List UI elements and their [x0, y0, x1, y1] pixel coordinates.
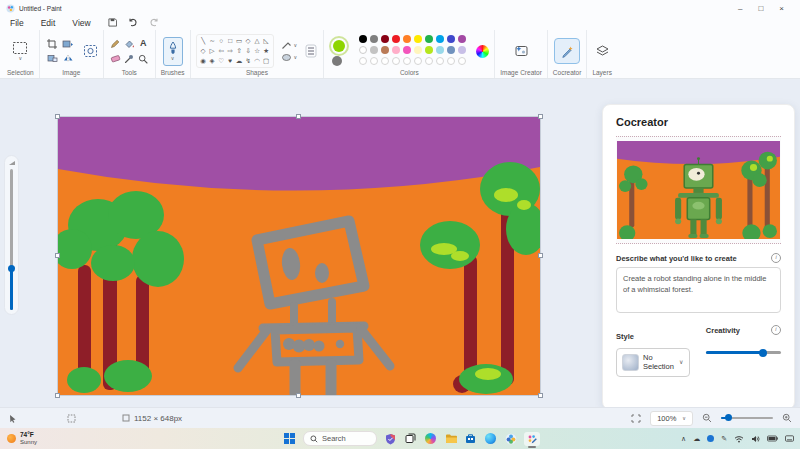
- custom-color-slot[interactable]: [414, 57, 422, 65]
- chevron-down-icon[interactable]: ∨: [171, 56, 175, 61]
- volume-icon[interactable]: [751, 435, 760, 443]
- shape-cell[interactable]: ☁: [235, 56, 244, 66]
- custom-color-slot[interactable]: [370, 57, 378, 65]
- info-icon[interactable]: i: [771, 325, 781, 335]
- custom-color-slot[interactable]: [458, 57, 466, 65]
- custom-color-slot[interactable]: [436, 57, 444, 65]
- shape-cell[interactable]: ▷: [208, 46, 217, 56]
- battery-icon[interactable]: [767, 435, 778, 442]
- selection-handle[interactable]: [296, 114, 301, 119]
- background-color[interactable]: [332, 56, 342, 66]
- shape-cell[interactable]: ⇧: [235, 46, 244, 56]
- microsoft-store-icon[interactable]: [464, 432, 477, 445]
- zoom-slider[interactable]: [721, 417, 773, 420]
- shape-cell[interactable]: ◇: [199, 46, 208, 56]
- foreground-color-ring[interactable]: [329, 36, 349, 56]
- tray-chevron-up-icon[interactable]: ∧: [681, 435, 686, 442]
- color-swatch[interactable]: [447, 35, 455, 43]
- fill-bucket-icon[interactable]: [124, 39, 135, 49]
- zoom-out-icon[interactable]: [702, 413, 712, 423]
- shape-cell[interactable]: □: [226, 36, 235, 46]
- photos-icon[interactable]: [504, 432, 517, 445]
- color-swatch[interactable]: [392, 46, 400, 54]
- color-swatch[interactable]: [425, 46, 433, 54]
- shape-cell[interactable]: ⇨: [226, 46, 235, 56]
- menu-item-edit[interactable]: Edit: [41, 18, 56, 28]
- color-swatch[interactable]: [381, 46, 389, 54]
- cocreator-button[interactable]: [554, 38, 580, 64]
- custom-color-slot[interactable]: [381, 57, 389, 65]
- search-input[interactable]: Search: [303, 431, 377, 446]
- eraser-icon[interactable]: [110, 54, 121, 63]
- menu-item-file[interactable]: File: [10, 18, 24, 28]
- prompt-input[interactable]: Create a robot standing alone in the mid…: [616, 267, 781, 313]
- pencil-icon[interactable]: [110, 39, 120, 49]
- custom-color-slot[interactable]: [359, 57, 367, 65]
- shape-cell[interactable]: ♡: [217, 56, 226, 66]
- canvas-drawing[interactable]: [58, 117, 540, 395]
- custom-color-slot[interactable]: [392, 57, 400, 65]
- edge-browser-icon[interactable]: [484, 432, 497, 445]
- shape-cell[interactable]: ○: [217, 36, 226, 46]
- magnifier-tool-icon[interactable]: [138, 54, 148, 64]
- maximize-button[interactable]: □: [758, 5, 763, 13]
- menu-item-view[interactable]: View: [72, 18, 90, 28]
- image-creator-button[interactable]: [514, 34, 529, 68]
- image-rotate-icon[interactable]: [62, 39, 74, 49]
- edit-colors-icon[interactable]: [476, 45, 489, 58]
- color-swatch[interactable]: [370, 35, 378, 43]
- color-swatch[interactable]: [392, 35, 400, 43]
- shape-cell[interactable]: ☆: [253, 46, 262, 56]
- redo-icon[interactable]: [149, 18, 159, 27]
- file-explorer-icon[interactable]: [444, 432, 457, 445]
- color-swatch[interactable]: [370, 46, 378, 54]
- selection-tool-button[interactable]: ∨: [12, 34, 28, 68]
- custom-color-slot[interactable]: [425, 57, 433, 65]
- close-button[interactable]: ×: [779, 5, 784, 13]
- info-icon[interactable]: i: [771, 253, 781, 263]
- stroke-width-button[interactable]: [304, 43, 318, 59]
- paint-taskbar-icon[interactable]: [524, 432, 540, 446]
- custom-color-slot[interactable]: [447, 57, 455, 65]
- shape-fill-dropdown[interactable]: ∨: [281, 53, 298, 62]
- custom-color-slot[interactable]: [403, 57, 411, 65]
- network-globe-icon[interactable]: [707, 435, 714, 442]
- chevron-down-icon[interactable]: ∨: [294, 55, 298, 60]
- brushes-button[interactable]: ∨: [163, 37, 183, 66]
- shape-cell[interactable]: ◈: [208, 56, 217, 66]
- shape-outline-dropdown[interactable]: ∨: [281, 41, 298, 50]
- color-swatch[interactable]: [359, 46, 367, 54]
- save-icon[interactable]: [108, 18, 117, 27]
- start-button[interactable]: [283, 432, 296, 445]
- brush-size-track[interactable]: [10, 169, 13, 310]
- weather-widget[interactable]: 74°F Sunny: [0, 432, 37, 445]
- shape-cell[interactable]: ↯: [244, 56, 253, 66]
- shape-cell[interactable]: ◠: [253, 56, 262, 66]
- background-remove-icon[interactable]: [83, 44, 98, 58]
- shape-cell[interactable]: ◉: [199, 56, 208, 66]
- color-swatch[interactable]: [414, 35, 422, 43]
- text-tool-icon[interactable]: A: [140, 39, 147, 48]
- shape-cell[interactable]: ▭: [235, 36, 244, 46]
- color-swatch[interactable]: [436, 35, 444, 43]
- eyedropper-icon[interactable]: [124, 54, 134, 64]
- color-swatch[interactable]: [458, 46, 466, 54]
- chevron-down-icon[interactable]: ∨: [294, 43, 298, 48]
- creativity-handle[interactable]: [759, 349, 767, 357]
- fit-to-screen-icon[interactable]: [631, 414, 641, 423]
- image-flip-icon[interactable]: [63, 54, 74, 63]
- zoom-level-dropdown[interactable]: 100% ∨: [650, 411, 693, 426]
- chevron-down-icon[interactable]: ∨: [19, 56, 23, 61]
- color-swatch[interactable]: [458, 35, 466, 43]
- brush-size-handle[interactable]: [8, 265, 15, 272]
- crop-icon[interactable]: [47, 39, 57, 49]
- selection-handle[interactable]: [55, 114, 60, 119]
- color-swatch[interactable]: [403, 46, 411, 54]
- task-view-icon[interactable]: [404, 432, 417, 445]
- undo-icon[interactable]: [128, 18, 138, 27]
- color-swatch[interactable]: [447, 46, 455, 54]
- onedrive-cloud-icon[interactable]: ☁: [693, 435, 700, 442]
- paint-canvas[interactable]: [57, 116, 541, 396]
- minimize-button[interactable]: –: [738, 5, 742, 13]
- image-resize-icon[interactable]: [47, 54, 58, 63]
